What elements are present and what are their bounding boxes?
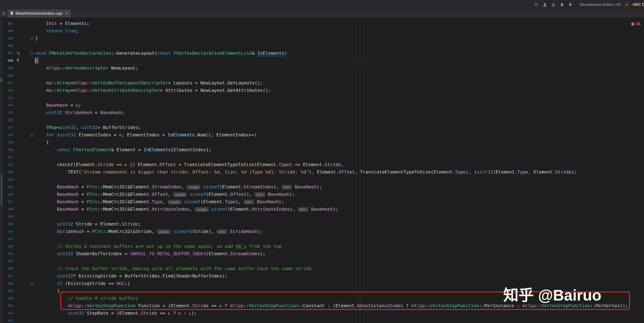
token-fld: StrideHash — [57, 229, 84, 234]
nrc-label[interactable]: NRC D — [633, 3, 644, 7]
code-text[interactable]: BaseHash = FCrc::MemCrc32(&Element.Type,… — [35, 198, 644, 205]
code-text[interactable]: BaseHash = FCrc::MemCrc32(&Element.Attri… — [35, 205, 644, 213]
code-text[interactable]: uint32 ShaderBufferIndex = UNREAL_TO_MET… — [35, 250, 644, 257]
sync-icon[interactable] — [534, 2, 539, 7]
code-text[interactable]: // track the buffer stride, making sure … — [35, 265, 644, 272]
token-cmtU: VB's — [236, 243, 246, 249]
code-text[interactable]: mtlpp::VertexStepFunction Function = (El… — [35, 302, 644, 309]
token-pl: < — [70, 88, 73, 93]
indent-guide — [35, 161, 46, 168]
code-text[interactable]: // Vertex & Constant buffers are set up … — [35, 243, 644, 250]
fold-marker-icon[interactable]: − — [30, 282, 33, 285]
code-text[interactable]: void FMetalVertexDeclaration::GenerateLa… — [35, 50, 644, 57]
code-text[interactable]: uint32 Stride = Element.Stride; — [35, 220, 644, 228]
code-line: 114BaseHash = 0; — [0, 102, 644, 109]
code-text[interactable]: Init = Elements; — [35, 20, 644, 27]
glyph-margin — [14, 295, 27, 302]
token-pl: ; — [87, 21, 90, 26]
glyph-margin — [14, 139, 27, 146]
code-text[interactable] — [35, 42, 644, 50]
code-text[interactable] — [35, 257, 644, 265]
token-pl: (Stride), — [190, 229, 216, 234]
glyph-margin — [14, 183, 27, 191]
tab-metalvertexdeclaration-cpp[interactable]: ++ MetalVertexDeclaration.cpp × — [8, 10, 70, 18]
token-fld: StrideHash — [65, 110, 92, 115]
code-text[interactable]: uint32 StrideHash = BaseHash; — [35, 109, 644, 116]
fold-marker-icon[interactable]: − — [30, 133, 33, 136]
docked-tab-label[interactable]: .cp — [0, 77, 4, 82]
param-name-hint: Length: — [168, 200, 182, 204]
code-line: 132 — [0, 235, 644, 243]
token-pl: = — [79, 206, 87, 212]
token-pl: , — [162, 199, 168, 204]
code-text[interactable]: TMap<uint32, uint32> BufferStrides; — [35, 124, 644, 131]
indent-guide — [35, 309, 46, 317]
hammer-icon[interactable] — [14, 57, 27, 64]
token-pl — [46, 51, 49, 56]
code-text[interactable]: if (ExistingStride == NULL) — [35, 280, 644, 287]
code-text[interactable]: for (uint32 ElementIndex = 0; ElementInd… — [35, 131, 644, 139]
code-text[interactable]: StrideHash = FCrc::MemCrc32(&Stride, Len… — [35, 228, 644, 235]
code-text[interactable]: BaseHash = 0; — [35, 102, 644, 109]
fold-marker-icon[interactable]: − — [30, 37, 33, 40]
code-text[interactable]: // handle 0 stride buffers — [35, 295, 644, 302]
code-text[interactable]: mtlpp::VertexDescriptor NewLayout; — [35, 64, 644, 72]
code-text[interactable]: uint32* ExistingStride = BufferStrides.F… — [35, 272, 644, 280]
code-text[interactable]: uint32 StepRate = (Element.Stride == 0 ?… — [35, 309, 644, 317]
code-line: 106 — [0, 42, 644, 50]
code-text[interactable]: TEXT("Stream component is bigger than st… — [35, 168, 644, 176]
code-text[interactable] — [35, 116, 644, 124]
token-pl: = — [68, 102, 76, 108]
code-text[interactable]: } — [35, 35, 644, 42]
code-text[interactable]: BaseHash = FCrc::MemCrc32(&Element.Strea… — [35, 183, 644, 191]
code-editor[interactable]: 103Init = Elements;104return true;105−}1… — [0, 18, 644, 323]
close-icon[interactable]: × — [66, 11, 68, 16]
dock-scroll-thumb[interactable] — [1, 175, 2, 205]
code-text[interactable]: const FVertexElement& Element = InElemen… — [35, 146, 644, 154]
indent-guide — [46, 243, 57, 250]
fold-marker-icon[interactable]: − — [30, 52, 33, 55]
code-text[interactable] — [35, 235, 644, 243]
code-text[interactable] — [35, 213, 644, 220]
fold-margin — [27, 302, 35, 309]
code-text[interactable]: checkf(Element.Stride == 0 || Element.Of… — [35, 161, 644, 168]
bell-icon[interactable] — [560, 2, 564, 7]
code-text[interactable]: ns::Array<mtlpp::VertexBufferLayoutDescr… — [35, 79, 644, 87]
build-config-label[interactable]: Development Editor | Wi — [580, 3, 621, 7]
document-list-icon[interactable] — [0, 10, 8, 18]
param-name-hint: CRC: — [244, 200, 254, 204]
account-icon[interactable] — [542, 2, 547, 7]
code-text[interactable]: BaseHash = FCrc::MemCrc32(&Element.Offse… — [35, 191, 644, 198]
code-text[interactable]: { — [35, 287, 644, 295]
code-text[interactable] — [35, 94, 644, 102]
indent-guide — [35, 265, 46, 272]
code-text[interactable]: return true; — [35, 27, 644, 35]
token-pl: ; — [76, 28, 79, 34]
token-pl: ); — [257, 229, 262, 234]
token-ns: mtlpp — [73, 88, 87, 93]
code-text[interactable]: { — [35, 139, 644, 146]
svg-text:++: ++ — [11, 13, 13, 15]
token-fld: Stride — [122, 221, 138, 227]
user-icon[interactable] — [551, 2, 556, 7]
param-name-hint: CRC: — [282, 185, 292, 190]
error-indicator[interactable]: ! 36 — [631, 22, 640, 26]
code-text[interactable]: ns::Array<mtlpp::VertexAttributeDescript… — [35, 87, 644, 94]
glyph-margin — [14, 265, 27, 272]
arrows-icon[interactable] — [14, 50, 27, 57]
code-text[interactable]: { — [35, 57, 644, 64]
indent-guide — [35, 295, 46, 302]
code-text[interactable] — [35, 176, 644, 183]
token-num: 1 — [189, 312, 191, 315]
code-text[interactable] — [35, 72, 644, 79]
fold-margin — [27, 116, 35, 124]
indent-guide — [46, 228, 57, 235]
flame-icon[interactable] — [568, 2, 573, 7]
token-fld: Offset — [152, 192, 168, 197]
token-pl: ), — [236, 199, 244, 204]
code-text[interactable] — [35, 317, 644, 323]
chevron-down-icon[interactable]: ▾ — [624, 2, 630, 8]
left-dock-strip: .cp — [0, 18, 3, 323]
token-pl: ElementIndex = — [76, 132, 120, 138]
code-text[interactable] — [35, 154, 644, 161]
